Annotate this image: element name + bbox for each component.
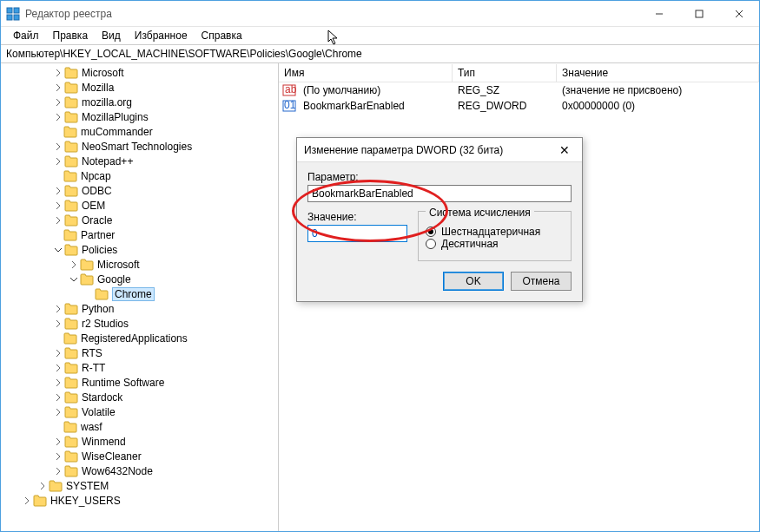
chevron-right-icon[interactable] bbox=[22, 496, 32, 506]
minimize-button[interactable] bbox=[639, 1, 679, 27]
tree-label: WiseCleaner bbox=[82, 450, 142, 463]
menubar: ФайлПравкаВидИзбранноеСправка bbox=[1, 27, 759, 44]
menu-item[interactable]: Правка bbox=[46, 28, 96, 43]
value-name: (По умолчанию) bbox=[298, 83, 453, 97]
tree-item[interactable]: Stardock bbox=[1, 390, 278, 404]
value-row[interactable]: 011BookmarkBarEnabledREG_DWORD0x00000000… bbox=[279, 98, 759, 114]
maximize-button[interactable] bbox=[679, 1, 719, 27]
chevron-right-icon[interactable] bbox=[53, 348, 63, 358]
dialog-titlebar[interactable]: Изменение параметра DWORD (32 бита) ✕ bbox=[297, 138, 582, 162]
tree-item[interactable]: HKEY_USERS bbox=[1, 493, 278, 508]
tree-label: OEM bbox=[82, 200, 105, 212]
tree-item[interactable]: R-TT bbox=[1, 360, 278, 375]
chevron-right-icon[interactable] bbox=[53, 97, 63, 108]
param-name-field bbox=[307, 185, 572, 202]
chevron-right-icon[interactable] bbox=[37, 481, 48, 491]
tree-item[interactable]: MozillaPlugins bbox=[1, 109, 278, 124]
menu-item[interactable]: Вид bbox=[95, 28, 128, 43]
column-name[interactable]: Имя bbox=[279, 64, 453, 82]
tree-label: Oracle bbox=[82, 214, 112, 227]
tree-label: r2 Studios bbox=[82, 318, 129, 330]
chevron-right-icon[interactable] bbox=[53, 82, 63, 93]
svg-rect-2 bbox=[7, 15, 12, 20]
tree-item[interactable]: RegisteredApplications bbox=[1, 331, 278, 345]
address-bar[interactable]: Компьютер\HKEY_LOCAL_MACHINE\SOFTWARE\Po… bbox=[1, 44, 759, 63]
tree-item[interactable]: muCommander bbox=[1, 124, 278, 139]
chevron-right-icon[interactable] bbox=[53, 112, 63, 122]
tree-label: NeoSmart Technologies bbox=[82, 141, 192, 153]
tree-item[interactable]: Mozilla bbox=[1, 80, 278, 95]
chevron-right-icon[interactable] bbox=[53, 68, 63, 78]
tree-item[interactable]: NeoSmart Technologies bbox=[1, 139, 278, 154]
chevron-right-icon[interactable] bbox=[53, 141, 63, 152]
svg-rect-3 bbox=[14, 15, 19, 20]
chevron-right-icon[interactable] bbox=[53, 451, 63, 462]
chevron-right-icon[interactable] bbox=[53, 466, 63, 476]
tree-label: R-TT bbox=[82, 362, 105, 374]
chevron-right-icon[interactable] bbox=[53, 304, 63, 314]
ok-button[interactable]: OK bbox=[443, 272, 504, 291]
tree-item[interactable]: Npcap bbox=[1, 168, 278, 183]
chevron-right-icon[interactable] bbox=[53, 215, 63, 226]
chevron-right-icon[interactable] bbox=[53, 437, 63, 447]
tree-item[interactable]: Chrome bbox=[1, 286, 278, 301]
tree-item[interactable]: WiseCleaner bbox=[1, 449, 278, 463]
tree-item[interactable]: Volatile bbox=[1, 404, 278, 419]
tree-item[interactable]: Python bbox=[1, 301, 278, 316]
chevron-right-icon[interactable] bbox=[53, 363, 63, 373]
tree-item[interactable]: wasf bbox=[1, 419, 278, 434]
chevron-right-icon[interactable] bbox=[53, 392, 63, 403]
chevron-right-icon[interactable] bbox=[53, 378, 63, 388]
tree-label: Python bbox=[82, 303, 114, 315]
svg-rect-5 bbox=[696, 10, 703, 17]
tree-item[interactable]: Microsoft bbox=[1, 65, 278, 80]
tree-item[interactable]: Notepad++ bbox=[1, 154, 278, 168]
base-legend: Система исчисления bbox=[426, 207, 534, 219]
tree-item[interactable]: Microsoft bbox=[1, 257, 278, 272]
dialog-close-icon[interactable]: ✕ bbox=[554, 143, 575, 157]
radio-dec[interactable]: Десятичная bbox=[426, 238, 564, 250]
value-name: BookmarkBarEnabled bbox=[298, 99, 453, 113]
tree-label: Mozilla bbox=[82, 82, 114, 94]
values-pane[interactable]: Имя Тип Значение ab(По умолчанию)REG_SZ(… bbox=[279, 63, 759, 531]
chevron-right-icon[interactable] bbox=[53, 186, 63, 196]
value-data: 0x00000000 (0) bbox=[557, 99, 759, 113]
value-data-field[interactable] bbox=[307, 225, 407, 242]
window-title: Редактор реестра bbox=[25, 8, 639, 20]
chevron-down-icon[interactable] bbox=[53, 245, 63, 255]
tree-item[interactable]: Partner bbox=[1, 227, 278, 242]
tree-item[interactable]: OEM bbox=[1, 198, 278, 213]
chevron-right-icon[interactable] bbox=[53, 407, 63, 417]
chevron-right-icon[interactable] bbox=[69, 259, 79, 270]
tree-item[interactable]: Runtime Software bbox=[1, 375, 278, 390]
cancel-button[interactable]: Отмена bbox=[511, 272, 572, 291]
tree-label: HKEY_USERS bbox=[50, 495, 121, 507]
tree-item[interactable]: Oracle bbox=[1, 213, 278, 227]
tree-item[interactable]: Policies bbox=[1, 242, 278, 257]
menu-item[interactable]: Файл bbox=[6, 28, 46, 43]
address-text: Компьютер\HKEY_LOCAL_MACHINE\SOFTWARE\Po… bbox=[6, 48, 362, 60]
chevron-right-icon[interactable] bbox=[53, 200, 63, 211]
radio-hex[interactable]: Шестнадцатеричная bbox=[426, 226, 564, 238]
close-button[interactable] bbox=[719, 1, 759, 27]
tree-item[interactable]: ODBC bbox=[1, 183, 278, 198]
svg-text:ab: ab bbox=[285, 83, 296, 95]
tree-item[interactable]: Wow6432Node bbox=[1, 463, 278, 478]
value-row[interactable]: ab(По умолчанию)REG_SZ(значение не присв… bbox=[279, 82, 759, 98]
column-data[interactable]: Значение bbox=[557, 64, 759, 82]
tree-item[interactable]: r2 Studios bbox=[1, 316, 278, 331]
tree-item[interactable]: SYSTEM bbox=[1, 478, 278, 493]
chevron-right-icon[interactable] bbox=[53, 319, 63, 329]
tree-pane[interactable]: MicrosoftMozillamozilla.orgMozillaPlugin… bbox=[1, 63, 279, 531]
menu-item[interactable]: Избранное bbox=[128, 28, 195, 43]
tree-item[interactable]: mozilla.org bbox=[1, 95, 278, 109]
menu-item[interactable]: Справка bbox=[195, 28, 249, 43]
tree-item[interactable]: Google bbox=[1, 272, 278, 286]
chevron-right-icon[interactable] bbox=[53, 156, 63, 167]
column-type[interactable]: Тип bbox=[453, 64, 557, 82]
tree-label: Runtime Software bbox=[82, 377, 164, 389]
chevron-down-icon[interactable] bbox=[69, 274, 79, 285]
tree-label: Microsoft bbox=[82, 67, 124, 79]
tree-item[interactable]: RTS bbox=[1, 345, 278, 360]
tree-item[interactable]: Winmend bbox=[1, 434, 278, 449]
